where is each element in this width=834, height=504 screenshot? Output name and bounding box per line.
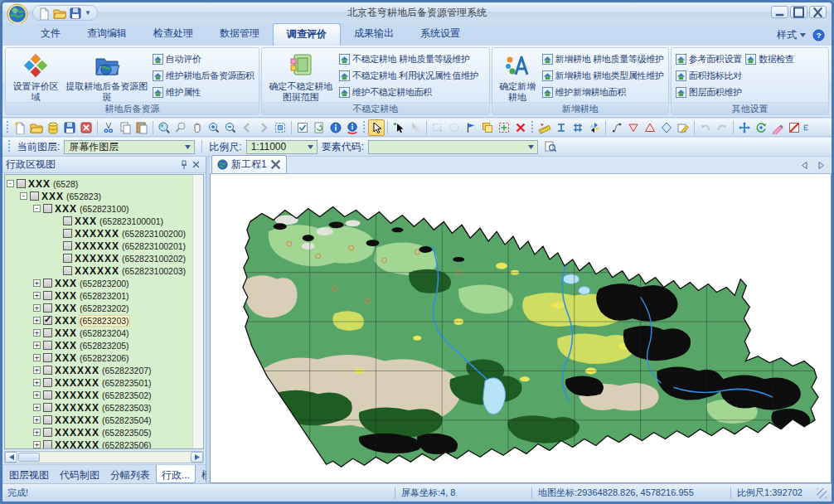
select-cursor-button[interactable] [368,119,385,136]
rectangle-select-button[interactable] [429,119,446,136]
panel-tab[interactable]: 代码制图 [55,465,104,483]
tree-checkbox[interactable] [43,303,52,313]
maximize-button[interactable] [790,6,807,18]
triangle-up-button[interactable] [642,119,658,136]
minimize-button[interactable] [771,6,788,18]
tree-row[interactable]: + XXX (652823201) [5,289,203,302]
style-menu-button[interactable]: 样式 [777,28,806,42]
scroll-left-icon[interactable] [5,452,17,463]
open-button[interactable] [28,119,45,136]
tree-checkbox[interactable] [63,229,72,238]
tree-checkbox[interactable] [63,266,72,275]
snap-button[interactable] [609,119,625,136]
identify-button[interactable] [344,119,361,136]
database-button[interactable] [45,119,61,136]
tree-expander-icon[interactable]: + [33,391,41,399]
select-check-button[interactable] [294,119,311,136]
tree-expander-icon[interactable]: + [33,317,41,324]
scroll-right-icon[interactable] [191,452,203,463]
cut-button[interactable] [100,119,117,136]
paste-button[interactable] [133,119,150,136]
tree-row[interactable]: + XXXXXX (652823505) [5,426,203,439]
zoom-out-button[interactable] [222,119,239,136]
ribbon-small-button[interactable]: 维护耕地后备资源面积 [151,69,256,83]
tree-checkbox[interactable] [43,415,52,424]
ribbon-tab[interactable]: 查询编辑 [74,23,140,46]
multi-select-button[interactable] [407,119,424,136]
flag-button[interactable] [463,119,479,136]
tree-row[interactable]: + XXXXXX (652823501) [5,376,203,389]
rotate-tool-button[interactable] [753,119,769,136]
tree-checkbox[interactable] [43,353,52,362]
tree-horizontal-scrollbar[interactable] [4,451,204,463]
save-button[interactable] [61,119,78,136]
tree-row[interactable]: + XXXXXX (652823207) [5,364,203,376]
ribbon-small-button[interactable]: 维护新增耕地面积 [541,85,666,99]
tree-expander-icon[interactable]: + [33,416,41,424]
tree-expander-icon[interactable]: - [7,180,14,187]
information-button[interactable] [327,119,344,136]
panel-tab[interactable]: 图层视图 [4,465,54,483]
tree-expander-icon[interactable]: + [33,366,41,374]
open-folder-icon[interactable] [53,7,66,20]
ribbon-tab[interactable]: 系统设置 [407,23,473,46]
ribbon-small-button[interactable]: 维护属性 [151,85,256,99]
ribbon-tab[interactable]: 成果输出 [341,23,407,46]
tree-row[interactable]: - XXX (6528) [5,177,203,190]
tree-checkbox[interactable] [43,390,52,400]
pin-icon[interactable] [177,159,190,171]
pan-button[interactable] [189,119,206,136]
tree-row[interactable]: + XXXXXX (652823502) [5,389,203,401]
panel-tab[interactable]: 行政... [156,465,196,483]
define-newland-patch-extent-button[interactable]: 确定新增耕地 图斑范围 [495,50,541,101]
toolbar-drag-handle[interactable] [7,140,12,153]
tree-checkbox[interactable] [63,254,72,263]
refresh-button[interactable] [311,119,327,136]
tree-checkbox[interactable] [43,428,52,437]
ribbon-tab[interactable]: 文件 [27,23,74,46]
copy-feature-button[interactable] [479,119,496,136]
tree-checkbox[interactable] [17,179,26,188]
clip-tool-button[interactable] [786,119,802,136]
tree-expander-icon[interactable]: + [33,379,41,386]
panel-tab[interactable]: 分幅列表 [105,465,155,483]
tree-expander-icon[interactable]: + [33,354,41,361]
tree-expander-icon[interactable]: + [33,404,41,411]
new-document-icon[interactable] [37,7,51,20]
chevron-down-icon[interactable] [183,142,192,153]
tree-expander-icon[interactable]: + [33,441,41,448]
ribbon-tab[interactable]: 调查评价 [273,23,341,46]
tree-row[interactable]: - XXX (652823100) [5,202,203,215]
undo-button[interactable] [697,119,714,136]
copy-button[interactable] [117,119,133,136]
tab-scroll-right-icon[interactable] [815,159,827,171]
tree-checkbox[interactable] [43,440,52,449]
panel-close-icon[interactable] [190,159,202,171]
tree-checkbox[interactable] [43,403,52,412]
tree-row[interactable]: + XXXXXX (652823503) [5,401,203,414]
zoom-window-button[interactable] [172,119,189,136]
scale-combo[interactable]: 1:11000 [246,140,318,154]
help-icon[interactable]: ? [812,29,825,41]
tree-row[interactable]: + XXX (652823205) [5,339,203,351]
ribbon-tab[interactable]: 检查处理 [140,23,206,46]
resize-grip[interactable] [817,488,827,498]
chevron-down-icon[interactable] [306,142,315,153]
set-evaluation-region-button[interactable]: 设置评价区域 [8,50,63,101]
tree-checkbox[interactable] [43,378,52,387]
move-feature-button[interactable] [496,119,512,136]
ribbon-small-button[interactable]: 维护不稳定耕地面积 [337,85,481,99]
tree-expander-icon[interactable]: + [33,342,41,349]
tree-checkbox[interactable] [30,191,39,201]
tree-expander-icon[interactable]: - [20,192,27,200]
toolbar-drag-handle[interactable] [6,121,10,134]
partial-toolbar-button[interactable] [802,119,810,136]
tool-jing-button[interactable] [570,119,586,136]
tree-expander-icon[interactable]: + [33,279,41,287]
tree-expander-icon[interactable]: + [33,304,41,312]
ribbon-small-button[interactable]: 新增耕地 耕地类型属性维护 [541,69,666,83]
ribbon-small-button[interactable]: 参考面积设置 [674,52,744,66]
previous-view-button[interactable] [239,119,255,136]
pinwheel-button[interactable] [586,119,603,136]
tree-row[interactable]: + XXX (652823203) [5,314,203,327]
